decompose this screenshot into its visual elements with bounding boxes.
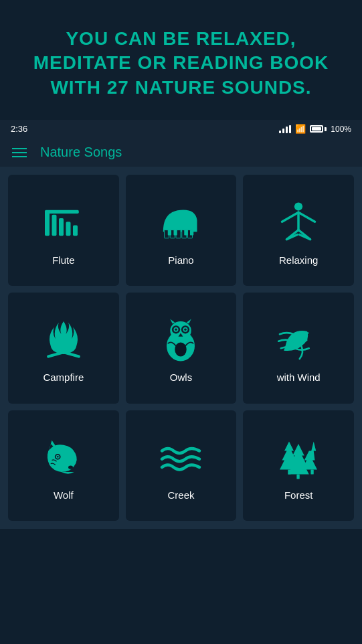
svg-rect-48 bbox=[311, 469, 314, 474]
wolf-icon bbox=[40, 434, 87, 481]
svg-rect-47 bbox=[297, 474, 300, 479]
svg-rect-13 bbox=[185, 230, 188, 235]
forest-label: Forest bbox=[284, 489, 313, 501]
creek-label: Creek bbox=[167, 489, 194, 501]
svg-marker-27 bbox=[171, 319, 175, 324]
hero-text: YOU CAN BE RELAXED, MEDITATE OR READING … bbox=[20, 27, 342, 100]
grid-item-piano[interactable]: Piano bbox=[126, 175, 237, 286]
svg-rect-5 bbox=[45, 210, 79, 213]
campfire-label: Campfire bbox=[43, 372, 84, 383]
relaxing-label: Relaxing bbox=[279, 254, 318, 266]
relaxing-icon bbox=[275, 199, 322, 246]
svg-rect-2 bbox=[59, 218, 64, 236]
svg-rect-1 bbox=[52, 214, 56, 236]
app-bar: Nature Songs bbox=[0, 138, 362, 167]
battery-icon bbox=[310, 125, 327, 133]
svg-rect-12 bbox=[174, 230, 177, 235]
signal-icon bbox=[279, 125, 291, 133]
grid-item-wolf[interactable]: Wolf bbox=[8, 410, 119, 521]
grid-item-owls[interactable]: Owls bbox=[126, 293, 237, 404]
wind-label: with Wind bbox=[277, 372, 321, 383]
grid-item-flute[interactable]: Flute bbox=[8, 175, 119, 286]
sound-grid: Flute Piano bbox=[0, 167, 362, 529]
svg-line-16 bbox=[282, 212, 299, 222]
svg-rect-11 bbox=[168, 230, 171, 235]
svg-point-15 bbox=[294, 202, 302, 210]
forest-icon bbox=[275, 434, 322, 481]
wind-icon bbox=[275, 317, 322, 364]
owls-icon bbox=[157, 317, 204, 364]
campfire-icon bbox=[40, 317, 87, 364]
svg-rect-4 bbox=[73, 225, 78, 236]
grid-item-forest[interactable]: Forest bbox=[243, 410, 354, 521]
svg-rect-46 bbox=[288, 469, 290, 474]
creek-icon bbox=[157, 434, 204, 481]
svg-point-36 bbox=[175, 343, 187, 357]
battery-percent: 100% bbox=[331, 125, 351, 134]
wolf-label: Wolf bbox=[54, 489, 74, 501]
grid-item-relaxing[interactable]: Relaxing bbox=[243, 175, 354, 286]
svg-point-41 bbox=[57, 456, 59, 458]
svg-line-17 bbox=[298, 212, 315, 222]
hero-section: YOU CAN BE RELAXED, MEDITATE OR READING … bbox=[0, 0, 362, 120]
grid-item-wind[interactable]: with Wind bbox=[243, 293, 354, 404]
status-bar: 2:36 📶 100% bbox=[0, 120, 362, 138]
grid-item-creek[interactable]: Creek bbox=[126, 410, 237, 521]
svg-point-33 bbox=[175, 329, 178, 331]
svg-point-42 bbox=[68, 465, 73, 469]
svg-point-34 bbox=[185, 329, 187, 331]
flute-icon bbox=[40, 199, 87, 246]
grid-item-campfire[interactable]: Campfire bbox=[8, 293, 119, 404]
owls-label: Owls bbox=[170, 372, 192, 383]
piano-label: Piano bbox=[168, 254, 193, 266]
time-display: 2:36 bbox=[11, 124, 27, 134]
app-title: Nature Songs bbox=[40, 145, 122, 160]
piano-icon bbox=[157, 199, 204, 246]
wifi-icon: 📶 bbox=[295, 124, 306, 134]
svg-rect-3 bbox=[66, 222, 70, 236]
flute-label: Flute bbox=[52, 254, 74, 266]
svg-marker-28 bbox=[187, 319, 191, 324]
svg-rect-14 bbox=[190, 230, 193, 235]
menu-button[interactable] bbox=[12, 148, 27, 157]
svg-rect-0 bbox=[45, 211, 50, 236]
status-icons: 📶 100% bbox=[279, 124, 351, 134]
